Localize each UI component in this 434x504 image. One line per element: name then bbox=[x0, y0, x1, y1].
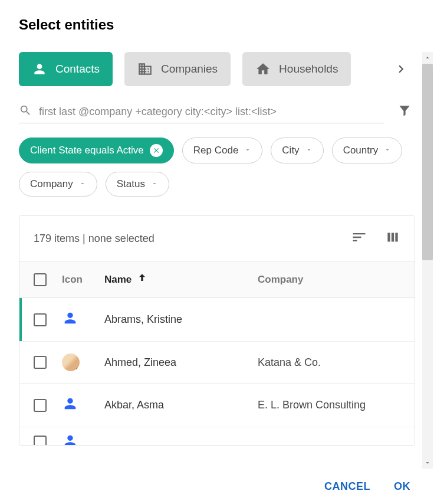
dialog-title: Select entities bbox=[19, 17, 415, 33]
caret-down-icon bbox=[244, 145, 251, 156]
panel-header: 179 items | none selected bbox=[19, 216, 415, 261]
chip-country[interactable]: Country bbox=[332, 138, 403, 163]
tab-companies[interactable]: Companies bbox=[124, 52, 231, 86]
cell-company: E. L. Brown Consulting bbox=[258, 399, 400, 411]
person-icon bbox=[62, 395, 78, 415]
close-icon[interactable] bbox=[150, 144, 163, 157]
search-wrap bbox=[19, 100, 384, 123]
arrow-up-icon bbox=[136, 272, 148, 287]
sort-icon bbox=[351, 229, 367, 248]
caret-down-icon bbox=[305, 145, 313, 156]
cell-name: Ahmed, Zineea bbox=[104, 356, 258, 369]
building-icon bbox=[137, 61, 153, 77]
tab-contacts[interactable]: Contacts bbox=[19, 52, 113, 86]
chip-label: Company bbox=[30, 178, 73, 190]
chip-company[interactable]: Company bbox=[19, 172, 97, 197]
search-row bbox=[19, 100, 415, 123]
col-name-header[interactable]: Name bbox=[104, 272, 258, 287]
table-row[interactable]: Abrams, Kristine bbox=[19, 298, 415, 342]
avatar-icon bbox=[62, 354, 80, 371]
person-icon bbox=[62, 433, 78, 446]
row-checkbox[interactable] bbox=[34, 313, 47, 326]
chip-rep-code[interactable]: Rep Code bbox=[182, 138, 263, 163]
scroll-down-button[interactable] bbox=[422, 457, 433, 469]
person-icon bbox=[62, 310, 78, 329]
columns-button[interactable] bbox=[385, 229, 400, 248]
row-checkbox[interactable] bbox=[34, 399, 47, 412]
results-panel: 179 items | none selected bbox=[19, 215, 415, 446]
ok-button[interactable]: OK bbox=[394, 480, 410, 493]
search-icon bbox=[19, 104, 32, 119]
col-company-header[interactable]: Company bbox=[258, 274, 400, 286]
cell-name: Abrams, Kristine bbox=[104, 313, 258, 326]
table-row[interactable]: Ahmed, Zineea Katana & Co. bbox=[19, 342, 415, 384]
chip-city[interactable]: City bbox=[271, 138, 323, 163]
tab-label: Contacts bbox=[55, 63, 100, 76]
chip-label: Client State equals Active bbox=[30, 145, 144, 156]
vertical-scrollbar[interactable] bbox=[422, 52, 433, 469]
tab-label: Households bbox=[279, 63, 338, 76]
tab-scroll-right[interactable] bbox=[387, 55, 415, 83]
scroll-up-button[interactable] bbox=[422, 52, 433, 64]
columns-icon bbox=[385, 230, 400, 247]
col-name-label: Name bbox=[104, 274, 131, 286]
tab-label: Companies bbox=[161, 63, 218, 76]
caret-down-icon bbox=[384, 145, 391, 156]
chip-label: Status bbox=[117, 178, 145, 190]
row-checkbox[interactable] bbox=[34, 356, 47, 369]
col-icon-header[interactable]: Icon bbox=[62, 274, 104, 286]
cell-company: Katana & Co. bbox=[258, 356, 400, 369]
select-all-checkbox[interactable] bbox=[34, 273, 47, 286]
cell-name: Akbar, Asma bbox=[104, 399, 258, 411]
home-icon bbox=[255, 61, 271, 77]
tab-row: Contacts Companies Households bbox=[19, 52, 415, 86]
scroll-thumb[interactable] bbox=[422, 64, 433, 260]
cancel-button[interactable]: CANCEL bbox=[324, 480, 370, 493]
sort-button[interactable] bbox=[351, 229, 367, 248]
person-icon bbox=[32, 61, 47, 77]
caret-down-icon bbox=[151, 178, 158, 190]
chip-label: City bbox=[282, 145, 299, 156]
search-input[interactable] bbox=[39, 106, 384, 118]
funnel-icon bbox=[397, 103, 412, 121]
chip-label: Rep Code bbox=[193, 145, 239, 156]
table-row[interactable] bbox=[19, 427, 415, 445]
scroll-track[interactable] bbox=[422, 64, 433, 457]
filter-chips: Client State equals Active Rep Code City… bbox=[19, 138, 415, 197]
selection-status: 179 items | none selected bbox=[34, 233, 154, 245]
chip-label: Country bbox=[343, 145, 379, 156]
table-row[interactable]: Akbar, Asma E. L. Brown Consulting bbox=[19, 384, 415, 427]
chip-client-state[interactable]: Client State equals Active bbox=[19, 138, 174, 163]
table-header: Icon Name Company bbox=[19, 261, 415, 298]
dialog-footer: CANCEL OK bbox=[0, 469, 434, 504]
filter-button[interactable] bbox=[394, 102, 415, 123]
chip-status[interactable]: Status bbox=[106, 172, 169, 197]
row-checkbox[interactable] bbox=[34, 436, 47, 445]
tab-households[interactable]: Households bbox=[242, 52, 351, 86]
caret-down-icon bbox=[79, 178, 86, 190]
